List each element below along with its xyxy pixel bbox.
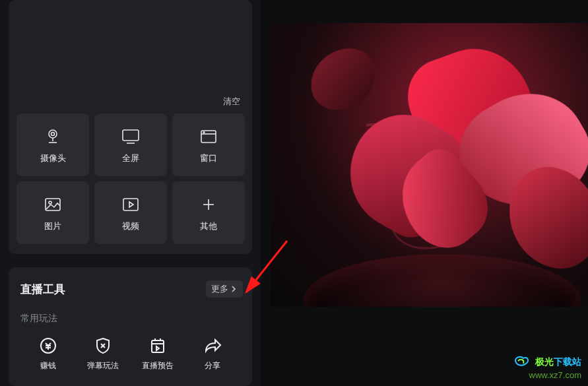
svg-point-8 [203,131,205,133]
svg-rect-15 [152,340,164,352]
tool-danmu-play[interactable]: 弹幕玩法 [79,337,127,371]
calendar-icon [150,337,166,355]
share-icon [203,337,222,355]
tool-label: 直播预告 [142,360,174,371]
sources-panel: 清空 摄像头 全屏 窗口 [9,0,252,254]
watermark-prefix: 极光 [535,357,554,368]
window-icon [200,126,217,147]
subsection-label: 常用玩法 [20,313,240,325]
camera-icon [44,126,61,147]
sidebar: 清空 摄像头 全屏 窗口 [0,0,261,386]
tool-live-preview[interactable]: 直播预告 [134,337,181,371]
clear-button[interactable]: 清空 [223,96,240,108]
tool-label: 赚钱 [40,360,56,371]
tile-label: 视频 [122,220,139,232]
monitor-icon [121,126,140,147]
preview-canvas[interactable] [271,23,588,307]
svg-rect-4 [123,130,139,141]
tile-label: 图片 [44,220,61,232]
source-tile-fullscreen[interactable]: 全屏 [94,113,167,176]
tool-label: 弹幕玩法 [87,360,119,371]
earn-money-icon [40,337,57,355]
shield-icon [95,337,111,355]
chevron-right-icon [230,285,238,293]
svg-point-10 [49,201,51,204]
tile-label: 窗口 [200,152,217,164]
watermark: 极光下载站 www.xz7.com [514,354,581,381]
tile-label: 全屏 [122,152,139,164]
tools-row: 赚钱 弹幕玩法 直播预告 分享 [20,337,240,371]
source-grid: 摄像头 全屏 窗口 图片 [16,113,245,244]
source-tile-other[interactable]: 其他 [172,181,245,244]
source-tile-video[interactable]: 视频 [94,181,167,244]
tile-label: 摄像头 [40,152,66,164]
preview-area [261,0,588,386]
tile-label: 其他 [200,220,217,232]
live-tools-panel: 直播工具 更多 常用玩法 赚钱 弹幕玩法 [9,267,252,386]
tool-share[interactable]: 分享 [189,337,236,371]
more-button[interactable]: 更多 [206,280,243,298]
source-tile-window[interactable]: 窗口 [172,113,245,176]
svg-point-0 [49,130,57,138]
tool-earn-money[interactable]: 赚钱 [24,337,72,371]
source-tile-camera[interactable]: 摄像头 [16,113,89,176]
source-tile-image[interactable]: 图片 [16,181,89,244]
svg-rect-11 [123,199,138,210]
watermark-suffix: 下载站 [554,357,581,368]
svg-point-1 [51,132,55,135]
tool-label: 分享 [205,360,220,371]
video-icon [122,194,139,215]
plus-icon [201,194,216,215]
more-label: 更多 [211,283,228,295]
svg-rect-9 [46,199,60,210]
image-icon [44,194,61,215]
watermark-url: www.xz7.com [514,370,581,381]
